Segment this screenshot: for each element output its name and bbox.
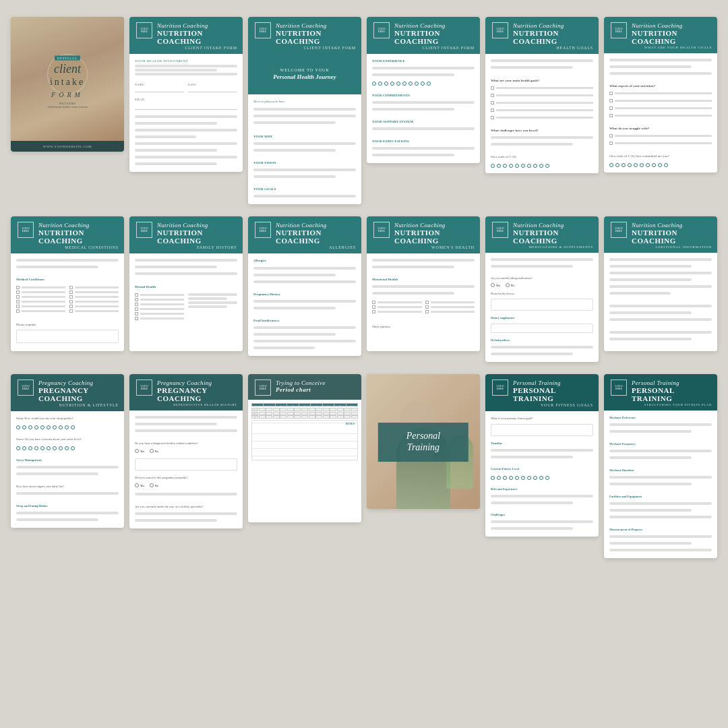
checkbox[interactable] — [425, 310, 429, 313]
checkbox[interactable] — [372, 310, 375, 313]
content-line — [253, 121, 336, 124]
card-category: Pregnancy Coaching — [157, 380, 237, 386]
content-line — [135, 512, 237, 515]
section-experience: Your Experience — [372, 59, 475, 63]
card-bold-title: Nutrition Coaching — [38, 229, 119, 245]
card-title-area: Trying to Conceive Period chart — [276, 380, 326, 393]
form-field-name[interactable] — [135, 87, 184, 92]
checkbox[interactable] — [135, 293, 138, 297]
medications-list-label: Please list the doctors — [491, 292, 593, 295]
checkbox-label — [615, 100, 712, 102]
logo-area: LOGOHERE — [253, 380, 272, 396]
checkbox[interactable] — [69, 309, 73, 313]
checkbox[interactable] — [69, 300, 73, 303]
cover-footer-text: WWW.YOURWEBSITE.COM — [43, 145, 92, 148]
content-line — [135, 272, 237, 275]
nutrition-intake-card-1: LOGOHERE Nutrition Coaching Nutrition Co… — [129, 17, 243, 172]
checkbox[interactable] — [491, 94, 494, 97]
checkbox[interactable] — [372, 301, 375, 304]
card-subtitle: HEALTH GOALS — [556, 46, 593, 50]
card-title-area: Nutrition Coaching Nutrition Coaching HE… — [513, 22, 593, 50]
form-field-email[interactable] — [135, 104, 237, 110]
card-category: Pregnancy Coaching — [38, 380, 119, 386]
checkbox[interactable] — [16, 309, 20, 313]
official-badge: OFFICIAL — [55, 56, 81, 61]
checkbox[interactable] — [609, 134, 613, 138]
checkbox[interactable] — [609, 142, 613, 145]
checkbox[interactable] — [491, 116, 494, 119]
content-line — [16, 266, 98, 268]
checkbox[interactable] — [135, 303, 138, 306]
content-line — [609, 502, 712, 505]
form-field-date[interactable] — [188, 87, 237, 92]
stress-scale — [16, 446, 119, 450]
checkbox[interactable] — [425, 301, 429, 304]
content-line — [135, 259, 237, 262]
checkbox[interactable] — [491, 101, 494, 104]
checkbox-label — [75, 310, 119, 312]
checkbox[interactable] — [135, 307, 138, 311]
checkbox[interactable] — [491, 109, 494, 112]
checkbox-label — [377, 306, 422, 308]
scale-dots — [372, 82, 475, 86]
content-line — [253, 142, 356, 145]
checkbox[interactable] — [69, 291, 73, 294]
checkbox[interactable] — [425, 305, 429, 309]
explain-box[interactable] — [16, 330, 119, 343]
card-title-area: Nutrition Coaching Nutrition Coaching CL… — [394, 22, 475, 50]
welcome-banner: WELCOME TO YOUR Personal Health Journey — [248, 54, 361, 94]
checkbox[interactable] — [16, 305, 20, 308]
checkbox[interactable] — [69, 305, 73, 308]
checkbox[interactable] — [16, 291, 20, 294]
card-body-fh: Mental Health — [129, 253, 243, 351]
checkbox[interactable] — [69, 286, 73, 289]
welcome-main: Personal Health Journey — [273, 73, 336, 80]
card-body-mc: Medical Conditions — [11, 253, 124, 351]
checkbox[interactable] — [609, 107, 613, 110]
fertility-detail-box[interactable] — [135, 458, 237, 471]
checkbox[interactable] — [609, 114, 613, 117]
checkbox[interactable] — [135, 317, 138, 320]
card-header-6: LOGOHERE Nutrition Coaching Nutrition Co… — [604, 17, 717, 53]
card-category: Trying to Conceive — [276, 380, 326, 386]
card-body-pn: Sleep: How would you rate your sleep qua… — [11, 411, 124, 528]
fitness-goals-box[interactable] — [491, 424, 593, 436]
content-line — [609, 72, 712, 75]
content-line — [491, 449, 593, 452]
stress-question: Stress: Do you have concerns about your … — [16, 437, 119, 441]
dietary-supp-box[interactable] — [491, 324, 593, 333]
content-line — [135, 129, 237, 131]
card-title-area: Pregnancy Coaching Pregnancy Coaching RE… — [157, 380, 237, 406]
checkbox[interactable] — [609, 99, 613, 102]
checkbox-label — [496, 87, 593, 89]
womens-health-card: LOGOHERE Nutrition Coaching Nutrition Co… — [367, 216, 480, 351]
checkbox[interactable] — [491, 86, 494, 90]
workout-pref-title: Workout Preference — [609, 416, 712, 419]
checkbox[interactable] — [372, 305, 375, 309]
card-body-rh: Do you have a diagnosed fertility relate… — [129, 411, 243, 528]
content-line — [609, 423, 712, 426]
logo-box: LOGOHERE — [255, 380, 271, 396]
content-line — [609, 318, 712, 321]
content-line — [609, 272, 712, 274]
card-body-3: We're so glad you're here... Your Why Yo… — [248, 94, 361, 204]
content-line — [372, 147, 475, 150]
form-label: EMAIL — [135, 98, 237, 101]
content-line — [609, 278, 692, 281]
checkbox[interactable] — [609, 92, 613, 95]
checkbox[interactable] — [69, 295, 73, 299]
scale-q2: On a scale of 1-10, how committed are yo… — [609, 154, 712, 158]
card-body-6: What aspects of your nutrition? What do … — [604, 53, 717, 173]
section-title-2: Your Vision — [253, 161, 356, 164]
checkbox[interactable] — [16, 295, 20, 299]
checkbox[interactable] — [16, 300, 20, 303]
card-title-area: Pregnancy Coaching Pregnancy Coaching NU… — [38, 380, 119, 407]
logo-box: LOGOHERE — [255, 22, 271, 38]
medications-list-box[interactable] — [491, 299, 593, 311]
checkbox[interactable] — [135, 312, 138, 315]
content-line — [253, 300, 356, 303]
checkbox[interactable] — [16, 286, 20, 289]
checkbox[interactable] — [135, 298, 138, 301]
content-line — [372, 73, 454, 76]
content-line — [372, 67, 475, 69]
